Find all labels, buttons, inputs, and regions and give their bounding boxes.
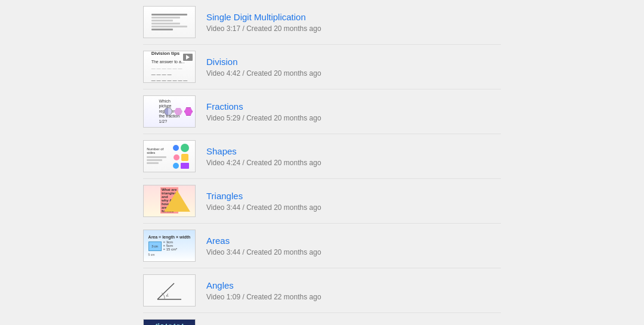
item-info: Division Video 4:42 / Created 20 months …	[206, 57, 321, 78]
item-meta: Video 5:29 / Created 20 months ago	[206, 114, 321, 122]
item-info: Fractions Video 5:29 / Created 20 months…	[206, 101, 321, 122]
item-title[interactable]: Shapes	[206, 146, 321, 156]
item-title[interactable]: Single Digit Multiplication	[206, 12, 321, 22]
video-thumbnail: What are triangles andwhy & how theyare …	[143, 185, 196, 217]
list-item[interactable]: 4³ = 4 × 4 × 4 4² = 4 × 4 4¹ = 4 4⁰ = 1 …	[143, 313, 501, 325]
video-thumbnail: Area = length × width 3 cm = 3cm× 5cm= 1…	[143, 230, 196, 262]
item-info: Single Digit Multiplication Video 3:17 /…	[206, 12, 321, 33]
video-thumbnail: Number of sides	[143, 140, 196, 172]
list-item[interactable]: Single Digit Multiplication Video 3:17 /…	[143, 0, 501, 45]
item-info: Angles Video 1:09 / Created 22 months ag…	[206, 280, 321, 301]
video-thumbnail: Division tips The answer to a... — — — —…	[143, 51, 196, 83]
list-item[interactable]: Area = length × width 3 cm = 3cm× 5cm= 1…	[143, 224, 501, 268]
video-thumbnail	[143, 6, 196, 38]
svg-text:∠: ∠	[166, 293, 169, 297]
video-thumbnail: ∠	[143, 274, 196, 307]
list-item[interactable]: Number of sides Shapes Video 4:24 / Crea…	[143, 134, 501, 179]
item-title[interactable]: Division	[206, 57, 321, 67]
item-info: Shapes Video 4:24 / Created 20 months ag…	[206, 146, 321, 167]
item-meta: Video 1:09 / Created 22 months ago	[206, 293, 321, 301]
list-item[interactable]: ∠ Angles Video 1:09 / Created 22 months …	[143, 268, 501, 313]
list-item[interactable]: Division tips The answer to a... — — — —…	[143, 45, 501, 89]
video-list: Single Digit Multiplication Video 3:17 /…	[143, 0, 501, 325]
list-item[interactable]: What are triangles andwhy & how theyare …	[143, 179, 501, 224]
item-title[interactable]: Areas	[206, 236, 321, 246]
item-meta: Video 3:44 / Created 20 months ago	[206, 203, 321, 212]
item-title[interactable]: Triangles	[206, 191, 321, 201]
item-info: Areas Video 3:44 / Created 20 months ago	[206, 236, 321, 256]
item-meta: Video 3:17 / Created 20 months ago	[206, 24, 321, 33]
item-meta: Video 3:44 / Created 20 months ago	[206, 248, 321, 256]
video-thumbnail: 4³ = 4 × 4 × 4 4² = 4 × 4 4¹ = 4 4⁰ = 1	[143, 319, 196, 325]
item-meta: Video 4:42 / Created 20 months ago	[206, 69, 321, 78]
list-item[interactable]: Which picture represents the fraction 1/…	[143, 89, 501, 134]
video-thumbnail: Which picture represents the fraction 1/…	[143, 95, 196, 128]
item-title[interactable]: Fractions	[206, 101, 321, 112]
item-title[interactable]: Angles	[206, 280, 321, 290]
page-container: Single Digit Multiplication Video 3:17 /…	[0, 0, 644, 325]
item-meta: Video 4:24 / Created 20 months ago	[206, 159, 321, 167]
item-info: Triangles Video 3:44 / Created 20 months…	[206, 191, 321, 212]
